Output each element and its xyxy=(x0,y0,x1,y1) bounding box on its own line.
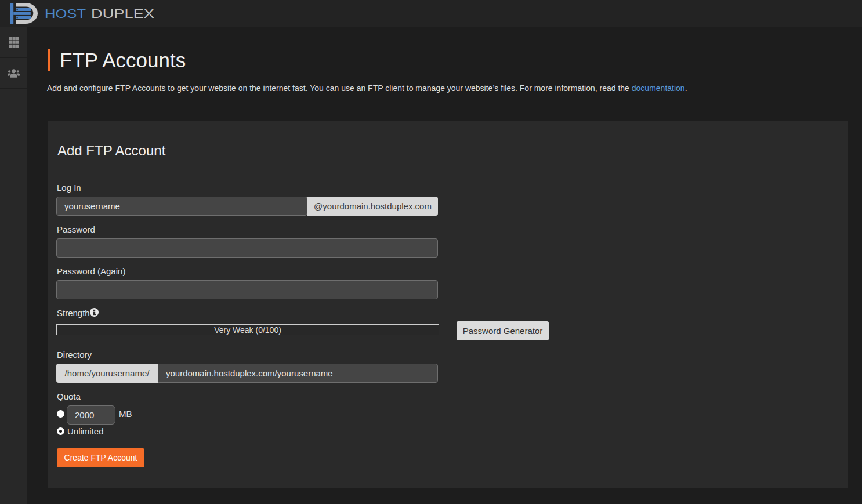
svg-text:HOST: HOST xyxy=(45,6,86,21)
svg-text:DUPLEX: DUPLEX xyxy=(91,6,154,21)
